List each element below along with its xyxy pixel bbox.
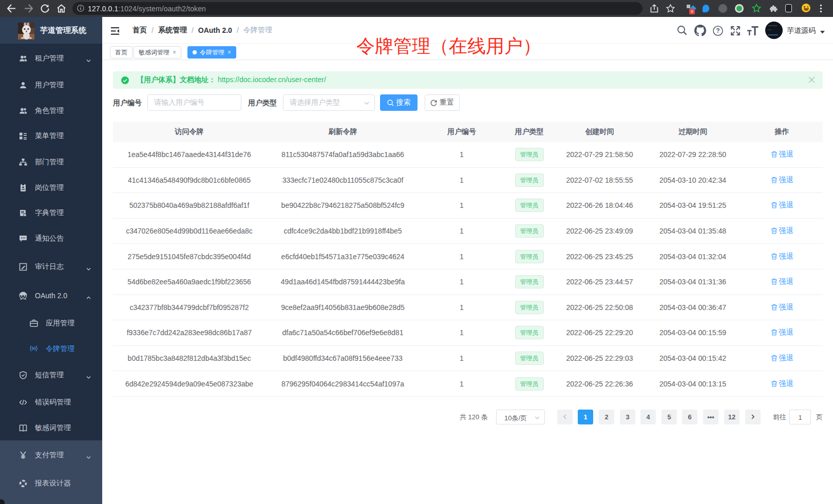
- svg-text:?: ?: [716, 27, 720, 34]
